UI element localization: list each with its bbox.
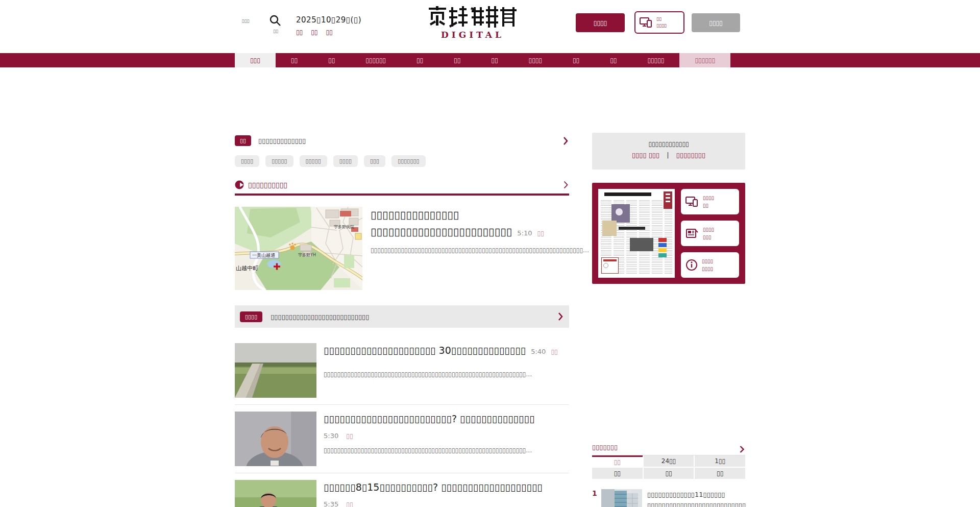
current-date: 2025▯10▯29▯(▯) xyxy=(296,15,361,25)
search-label: ▯▯ xyxy=(269,29,282,34)
article-3-title: ▯▯▯▯▯▯▯▯▯▯▯▯▯▯▯▯▯▯▯▯▯▯▯▯? ▯▯▯▯▯▯▯▯▯▯▯▯▯▯ xyxy=(324,412,569,426)
article-3-image xyxy=(235,412,316,466)
ranking-item-1[interactable]: 1 ▯▯▯▯▯▯▯▯▯▯▯▯▯11▯▯▯▯▯▯ ▯▯▯▯▯▯▯▯▯▯▯▯▯▯▯▯… xyxy=(592,489,745,507)
promo-info-button[interactable]: ▯▯▯▯ ▯▯▯▯ xyxy=(681,252,739,278)
login-button[interactable]: ▯▯▯▯ xyxy=(692,13,740,32)
nav-item-8[interactable]: ▯▯▯▯ xyxy=(513,53,557,67)
article-3-tag: ▯▯ xyxy=(346,432,353,440)
info-icon xyxy=(685,259,698,271)
article-4-time: 5:35 xyxy=(324,500,338,507)
ranking-tabs-row2: ▯▯ ▯▯ ▯▯ xyxy=(592,468,745,479)
account-box: ▯▯▯▯▯▯▯▯▯▯▯▯ ▯▯▯▯ ▯▯▯ | ▯▯▯▯▯▯▯▯ xyxy=(592,133,745,170)
nav-item-2[interactable]: ▯▯ xyxy=(276,53,313,67)
article-1-title: ▯▯▯▯▯▯▯▯▯▯▯▯▯▯▯ ▯▯▯▯▯▯▯▯▯▯▯▯▯▯▯▯▯▯▯▯▯▯▯▯ xyxy=(371,209,512,238)
search-icon xyxy=(269,14,282,27)
ranking-item-thumbnail xyxy=(601,489,642,507)
paper-bottom-ad xyxy=(601,257,619,274)
nav-item-12[interactable]: ▯▯▯▯▯▯ xyxy=(679,53,730,67)
breaking-badge: ▯▯ xyxy=(235,135,251,146)
topic-chips: ▯▯▯▯ ▯▯▯▯▯ ▯▯▯▯▯ ▯▯▯▯ ▯▯▯ ▯▯▯▯▯▯▯ xyxy=(235,155,569,167)
topic-chip-4[interactable]: ▯▯▯▯ xyxy=(333,155,358,167)
chevron-right-icon xyxy=(558,312,563,321)
paper-viewer-button[interactable]: ▯▯ ▯▯▯▯ xyxy=(634,11,684,34)
nav-item-6[interactable]: ▯▯ xyxy=(438,53,476,67)
promo-btn2-line1: ▯▯▯▯ xyxy=(703,226,714,233)
site-logo[interactable]: DIGITAL xyxy=(427,6,519,40)
ranking-tab-1w[interactable]: 1▯▯ xyxy=(695,455,745,467)
edition-link-1[interactable]: ▯▯ xyxy=(296,29,303,36)
search-button[interactable]: ▯▯ xyxy=(269,14,282,34)
notice-badge: ▯▯▯▯ xyxy=(240,311,262,322)
hamburger-label: ▯▯▯ xyxy=(238,18,253,23)
featured-section-header[interactable]: ▯▯▯▯▯▯▯▯▯▯ xyxy=(235,180,569,189)
nav-item-11[interactable]: ▯▯▯▯▯ xyxy=(632,53,679,67)
notice-text: ▯▯▯▯▯▯▯▯▯▯▯▯▯▯▯▯▯▯▯▯▯▯▯▯▯▯▯ xyxy=(271,313,369,321)
hamburger-menu-button[interactable]: ▯▯▯ xyxy=(238,16,253,23)
newspaper-icon xyxy=(685,228,699,239)
logo-digital-text: DIGITAL xyxy=(427,30,519,40)
topic-chip-2[interactable]: ▯▯▯▯▯ xyxy=(265,155,293,167)
nav-item-10[interactable]: ▯▯ xyxy=(595,53,632,67)
topic-chip-3[interactable]: ▯▯▯▯▯ xyxy=(300,155,327,167)
account-link-right[interactable]: ▯▯▯▯▯▯▯▯ xyxy=(676,151,705,159)
article-2[interactable]: ▯▯▯▯▯▯▯▯▯▯▯▯▯▯▯▯▯▯▯▯▯ 30▯▯▯▯▯▯▯▯▯▯▯▯▯▯5:… xyxy=(235,343,569,398)
ranking-tab-now[interactable]: ▯▯ xyxy=(592,455,643,467)
ranking-tabs-row1: ▯▯ 24▯▯ 1▯▯ xyxy=(592,455,745,467)
account-message: ▯▯▯▯▯▯▯▯▯▯▯▯ xyxy=(592,140,745,148)
article-4-tag: ▯▯ xyxy=(346,501,353,507)
section-underline xyxy=(235,194,569,196)
newspaper-front-page-thumbnail[interactable] xyxy=(598,189,675,278)
promo-btn3-line1: ▯▯▯▯ xyxy=(702,257,713,265)
article-3[interactable]: ▯▯▯▯▯▯▯▯▯▯▯▯▯▯▯▯▯▯▯▯▯▯▯▯? ▯▯▯▯▯▯▯▯▯▯▯▯▯▯… xyxy=(235,412,569,466)
promo-btn3-line2: ▯▯▯▯ xyxy=(702,265,713,273)
chevron-right-icon xyxy=(563,137,568,145)
divider xyxy=(235,404,569,405)
nav-item-7[interactable]: ▯▯ xyxy=(476,53,513,67)
article-2-time: 5:40 xyxy=(531,348,546,355)
ranking-tab-5[interactable]: ▯▯ xyxy=(644,468,694,479)
svg-text:宇多野YH: 宇多野YH xyxy=(298,253,316,257)
promo-btn1-line2: ▯▯ xyxy=(703,202,714,209)
ranking-tab-6[interactable]: ▯▯ xyxy=(695,468,745,479)
nav-item-3[interactable]: ▯▯ xyxy=(313,53,350,67)
nav-item-top[interactable]: ▯▯▯ xyxy=(235,53,276,67)
article-4-title: ▯▯▯▯▯▯8▯15▯▯▯▯▯▯▯▯▯▯? ▯▯▯▯▯▯▯▯▯▯▯▯▯▯▯▯▯▯… xyxy=(324,480,569,495)
topic-chip-1[interactable]: ▯▯▯▯ xyxy=(235,155,259,167)
logo-kanji-art xyxy=(427,6,519,28)
nav-item-4[interactable]: ▯▯▯▯▯▯ xyxy=(350,53,401,67)
article-1-excerpt: ▯▯▯▯▯▯▯▯▯▯▯▯▯▯▯▯▯▯▯▯▯▯▯▯▯▯▯▯▯▯▯▯▯▯▯▯▯▯▯▯… xyxy=(371,245,589,256)
article-4[interactable]: ▯▯▯▯▯▯8▯15▯▯▯▯▯▯▯▯▯▯? ▯▯▯▯▯▯▯▯▯▯▯▯▯▯▯▯▯▯… xyxy=(235,480,569,507)
account-link-left[interactable]: ▯▯▯▯ ▯▯▯ xyxy=(632,151,659,159)
article-1[interactable]: 一美山越通 山越中町 宇多野YH 宇多野病院 ▯▯▯▯▯▯▯▯▯▯▯▯▯▯▯ ▯… xyxy=(235,207,569,290)
devices-icon xyxy=(640,17,653,28)
section-mark-icon xyxy=(235,180,244,189)
nav-item-5[interactable]: ▯▯ xyxy=(401,53,438,67)
breaking-news-row[interactable]: ▯▯ ▯▯▯▯▯▯▯▯▯▯▯▯▯ xyxy=(235,135,569,146)
topic-chip-5[interactable]: ▯▯▯ xyxy=(364,155,385,167)
main-column: ▯▯ ▯▯▯▯▯▯▯▯▯▯▯▯▯ ▯▯▯▯ ▯▯▯▯▯ ▯▯▯▯▯ ▯▯▯▯ ▯… xyxy=(235,135,569,507)
article-1-tag: ▯▯ xyxy=(537,230,544,237)
svg-text:一美山越通: 一美山越通 xyxy=(252,253,275,258)
article-2-image xyxy=(235,343,316,398)
viewer-button-line1: ▯▯ xyxy=(656,16,667,23)
topic-chip-6[interactable]: ▯▯▯▯▯▯▯ xyxy=(391,155,425,167)
subscribe-button[interactable]: ▯▯▯▯ xyxy=(576,13,625,32)
ranking-tab-4[interactable]: ▯▯ xyxy=(592,468,643,479)
sidebar: ▯▯▯▯▯▯▯▯▯▯▯▯ ▯▯▯▯ ▯▯▯ | ▯▯▯▯▯▯▯▯ xyxy=(592,133,745,507)
notice-banner[interactable]: ▯▯▯▯ ▯▯▯▯▯▯▯▯▯▯▯▯▯▯▯▯▯▯▯▯▯▯▯▯▯▯▯ xyxy=(235,305,569,328)
ranking-tab-24h[interactable]: 24▯▯ xyxy=(644,455,694,467)
link-separator: | xyxy=(667,151,669,159)
edition-link-3[interactable]: ▯▯ xyxy=(326,29,332,36)
ranking-section: ▯▯▯▯▯▯▯ ▯▯ 24▯▯ 1▯▯ ▯▯ ▯▯ ▯▯ 1 xyxy=(592,443,745,507)
article-1-map-image[interactable]: 一美山越通 山越中町 宇多野YH 宇多野病院 xyxy=(235,207,362,290)
rank-number: 1 xyxy=(592,489,599,507)
site-header: ▯▯▯ ▯▯ 2025▯10▯29▯(▯) ▯▯ ▯▯ ▯▯ xyxy=(0,0,980,53)
chevron-right-icon xyxy=(740,446,744,453)
nav-item-9[interactable]: ▯▯ xyxy=(557,53,595,67)
promo-backnumber-button[interactable]: ▯▯▯▯ ▯▯▯ xyxy=(681,221,739,246)
edition-link-2[interactable]: ▯▯ xyxy=(311,29,317,36)
article-2-excerpt: ▯▯▯▯▯▯▯▯▯▯▯▯▯▯▯▯▯▯▯▯▯▯▯▯▯▯▯▯▯▯▯▯▯▯▯▯▯▯▯▯… xyxy=(324,369,569,380)
svg-text:山越中町: 山越中町 xyxy=(236,265,258,272)
viewer-button-line2: ▯▯▯▯ xyxy=(656,22,667,30)
promo-viewer-button[interactable]: ▯▯▯▯ ▯▯ xyxy=(681,189,739,214)
